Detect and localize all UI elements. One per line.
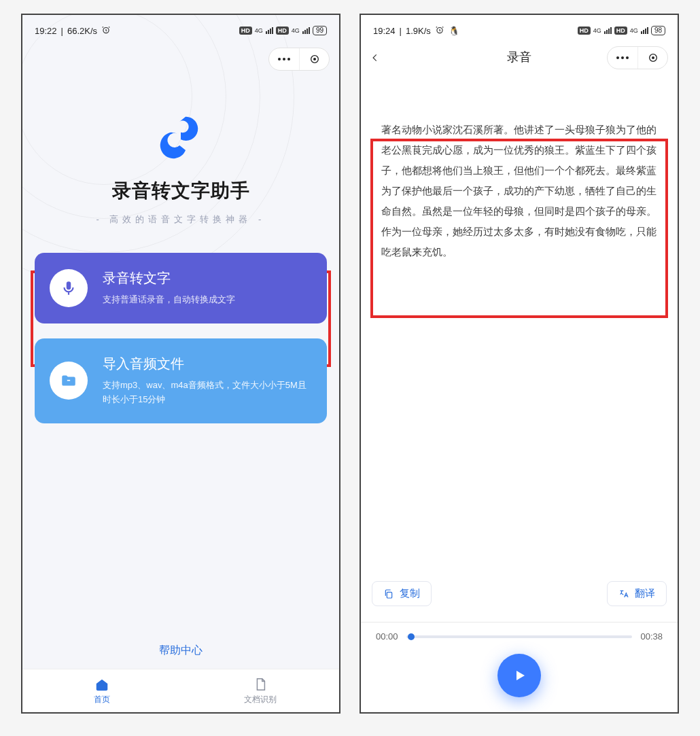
svg-rect-3 [67, 281, 71, 290]
audio-player: 00:00 00:38 [361, 623, 678, 712]
sig-4g: 4G [593, 27, 601, 34]
miniprogram-capsule [607, 46, 668, 69]
hd-badge-2: HD [614, 27, 627, 35]
alarm-icon [435, 25, 444, 37]
status-bar: 19:22 | 66.2K/s HD 4G HD 4G 99 [22, 19, 339, 42]
status-time: 19:24 [373, 26, 396, 36]
capsule-close-button[interactable] [299, 48, 329, 71]
tab-document[interactable]: 文档识别 [181, 669, 339, 712]
capsule-close-button[interactable] [637, 46, 667, 69]
card-record-desc: 支持普通话录音，自动转换成文字 [103, 293, 235, 307]
sig-4g-2: 4G [292, 27, 300, 34]
time-current: 00:00 [376, 631, 398, 642]
progress-knob[interactable] [408, 633, 415, 640]
alarm-icon [101, 25, 111, 37]
svg-point-2 [313, 58, 316, 60]
sig-4g: 4G [255, 27, 263, 34]
hd-badge: HD [578, 27, 591, 35]
home-icon [94, 677, 109, 692]
phone-home: 19:22 | 66.2K/s HD 4G HD 4G 99 [21, 14, 340, 714]
document-icon [253, 677, 268, 692]
status-bar: 19:24 | 1.9K/s 🐧 HD 4G HD 4G 98 [361, 19, 678, 42]
more-icon [278, 58, 290, 60]
transcript-text[interactable]: 著名动物小说家沈石溪所著。他讲述了一头母狼子狼为了他的老公黑茛完成心愿，成为一位… [372, 113, 667, 269]
page-title: 录音 [507, 49, 531, 65]
tab-document-label: 文档识别 [244, 694, 277, 705]
copy-icon [383, 589, 394, 599]
time-duration: 00:38 [640, 631, 663, 642]
tab-home[interactable]: 首页 [22, 669, 181, 712]
miniprogram-capsule [268, 48, 330, 71]
qq-penguin-icon: 🐧 [449, 26, 459, 36]
hd-badge-2: HD [276, 27, 289, 35]
battery-indicator: 99 [313, 26, 327, 35]
card-import-audio[interactable]: 导入音频文件 支持mp3、wav、m4a音频格式，文件大小小于5M且时长小于15… [35, 338, 327, 423]
play-button[interactable] [497, 654, 541, 697]
card-record-title: 录音转文字 [103, 269, 235, 287]
app-logo-icon [151, 106, 211, 166]
phone-transcript: 19:24 | 1.9K/s 🐧 HD 4G HD 4G 98 录音 [360, 14, 679, 714]
translate-label: 翻译 [635, 587, 655, 600]
status-net: 1.9K/s [406, 26, 431, 36]
sig-4g-2: 4G [630, 27, 638, 34]
svg-rect-4 [67, 380, 70, 381]
svg-rect-8 [387, 592, 391, 598]
capsule-menu-button[interactable] [269, 48, 299, 71]
tab-bar: 首页 文档识别 [22, 669, 339, 712]
copy-label: 复制 [400, 587, 420, 600]
play-icon [511, 667, 527, 684]
more-icon [616, 56, 629, 59]
copy-button[interactable]: 复制 [372, 581, 432, 606]
divider [361, 622, 678, 623]
signal-bars-icon [604, 27, 612, 34]
status-time: 19:22 [35, 26, 57, 36]
signal-bars-icon-2 [641, 27, 648, 34]
signal-bars-icon [266, 27, 273, 34]
progress-track[interactable] [406, 635, 633, 638]
svg-point-7 [652, 56, 654, 59]
status-net: 66.2K/s [67, 26, 97, 36]
help-center-link[interactable]: 帮助中心 [22, 644, 339, 658]
translate-button[interactable]: 翻译 [607, 581, 667, 606]
capsule-menu-button[interactable] [608, 46, 637, 69]
tab-home-label: 首页 [94, 694, 110, 705]
app-subtitle: - 高效的语音文字转换神器 - [22, 213, 339, 226]
back-button[interactable] [370, 46, 398, 69]
card-import-title: 导入音频文件 [103, 355, 312, 373]
card-record-to-text[interactable]: 录音转文字 支持普通话录音，自动转换成文字 [35, 253, 327, 323]
battery-indicator: 98 [651, 26, 665, 35]
signal-bars-icon-2 [302, 27, 310, 34]
microphone-icon [50, 269, 88, 307]
chevron-left-icon [370, 50, 380, 65]
status-sep: | [61, 26, 63, 36]
status-sep: | [400, 26, 402, 36]
app-title: 录音转文字助手 [22, 178, 339, 204]
hd-badge: HD [239, 27, 252, 35]
translate-icon [618, 589, 629, 599]
card-import-desc: 支持mp3、wav、m4a音频格式，文件大小小于5M且时长小于15分钟 [103, 379, 312, 407]
folder-icon [50, 362, 88, 400]
